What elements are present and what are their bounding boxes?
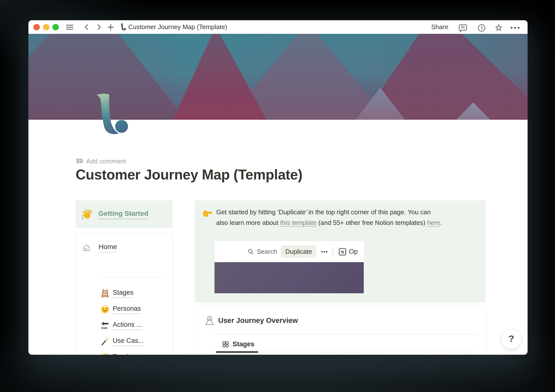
share-button[interactable]: Share xyxy=(431,20,448,34)
overview-title: User Journey Overview xyxy=(218,316,298,325)
getting-started-callout: Get started by hitting ‘Duplicate’ in th… xyxy=(195,200,486,302)
forward-button[interactable] xyxy=(95,24,103,31)
more-dots: ••• xyxy=(321,249,328,255)
search-label: Search xyxy=(257,248,277,255)
sidebar-menu-icon[interactable] xyxy=(66,24,73,31)
nav-item-personas[interactable]: Personas xyxy=(100,303,141,315)
smiley-emoji-icon xyxy=(100,305,110,314)
screenshot-toolbar: Search Duplicate ••• Op xyxy=(214,241,364,262)
titlebar: Customer Journey Map (Template) Share xyxy=(28,20,528,34)
page-nav-card: Home Stages Personas Actions ... xyxy=(76,233,173,355)
home-link[interactable]: Home xyxy=(99,243,117,253)
notion-logo-icon xyxy=(338,247,347,256)
nav-item-actions[interactable]: Actions ... xyxy=(100,319,142,331)
search-icon xyxy=(247,248,255,255)
screenshot-stage: Customer Journey Map (Template) Share xyxy=(0,0,555,392)
add-comment-button[interactable]: Add comment xyxy=(76,157,126,165)
toolbar-separator xyxy=(333,247,333,256)
nav-item-stages[interactable]: Stages xyxy=(100,287,133,299)
nav-item-label: Use Cas... xyxy=(113,337,144,346)
magic-wand-emoji-icon xyxy=(100,337,110,346)
close-window-button[interactable] xyxy=(33,24,40,30)
active-tab-underline xyxy=(216,351,258,353)
screenshot-purple-cover xyxy=(214,262,364,293)
end-arrow-emoji-icon xyxy=(100,321,110,330)
open-label: Op xyxy=(349,248,358,255)
minimize-window-button[interactable] xyxy=(43,24,49,30)
duplicate-instruction-screenshot: Search Duplicate ••• Op xyxy=(214,241,364,293)
home-link-row[interactable]: Home xyxy=(82,243,117,253)
help-button[interactable]: ? xyxy=(501,329,521,349)
tab-stages-label: Stages xyxy=(233,340,255,348)
waving-hand-emoji-icon xyxy=(82,209,92,220)
callout-text: Get started by hitting ‘Duplicate’ in th… xyxy=(216,207,473,228)
home-icon xyxy=(82,243,91,253)
tab-stages[interactable]: Stages xyxy=(222,340,255,348)
fullscreen-window-button[interactable] xyxy=(52,24,59,30)
person-triangle-icon xyxy=(204,315,214,326)
nav-item-use-cases[interactable]: Use Cas... xyxy=(100,335,144,347)
overview-divider xyxy=(214,334,477,334)
page-title: Customer Journey Map (Template) xyxy=(76,166,302,183)
help-label: ? xyxy=(509,334,514,344)
add-comment-label: Add comment xyxy=(86,157,126,165)
back-button[interactable] xyxy=(83,24,90,31)
window-title: Customer Journey Map (Template) xyxy=(128,20,227,34)
here-link[interactable]: here xyxy=(427,219,440,226)
this-template-link[interactable]: this template xyxy=(280,219,317,226)
comments-icon[interactable] xyxy=(458,23,467,31)
user-journey-overview-card: User Journey Overview Stages xyxy=(195,306,486,355)
nav-item-label: Touchpo... xyxy=(113,353,144,355)
callout-line2: also learn more about xyxy=(216,219,280,226)
new-tab-button[interactable] xyxy=(107,24,114,31)
callout-line1: Get started by hitting ‘Duplicate’ in th… xyxy=(216,208,431,216)
gallery-grid-icon xyxy=(222,341,229,348)
page-favicon-logo-icon xyxy=(120,23,126,31)
nav-item-label: Stages xyxy=(113,289,133,298)
nav-item-label: Personas xyxy=(113,305,141,314)
nav-item-touchpoints[interactable]: Touchpo... xyxy=(100,352,144,355)
nav-item-label: Actions ... xyxy=(113,321,142,330)
notion-app-window: Customer Journey Map (Template) Share xyxy=(28,20,528,355)
more-options-icon[interactable] xyxy=(511,26,522,29)
getting-started-link[interactable]: Getting Started xyxy=(98,210,148,219)
pointing-right-emoji-icon xyxy=(202,208,213,219)
comment-bubble-icon xyxy=(76,158,83,165)
waving-hand-emoji-icon xyxy=(100,353,110,355)
ladder-emoji-icon xyxy=(100,289,110,298)
nav-divider xyxy=(98,277,162,277)
page-brand-logo-icon xyxy=(95,93,130,137)
history-clock-icon[interactable] xyxy=(477,23,486,31)
favorite-star-icon[interactable] xyxy=(494,23,503,31)
getting-started-card: Getting Started xyxy=(76,200,173,228)
duplicate-button: Duplicate xyxy=(281,246,316,258)
